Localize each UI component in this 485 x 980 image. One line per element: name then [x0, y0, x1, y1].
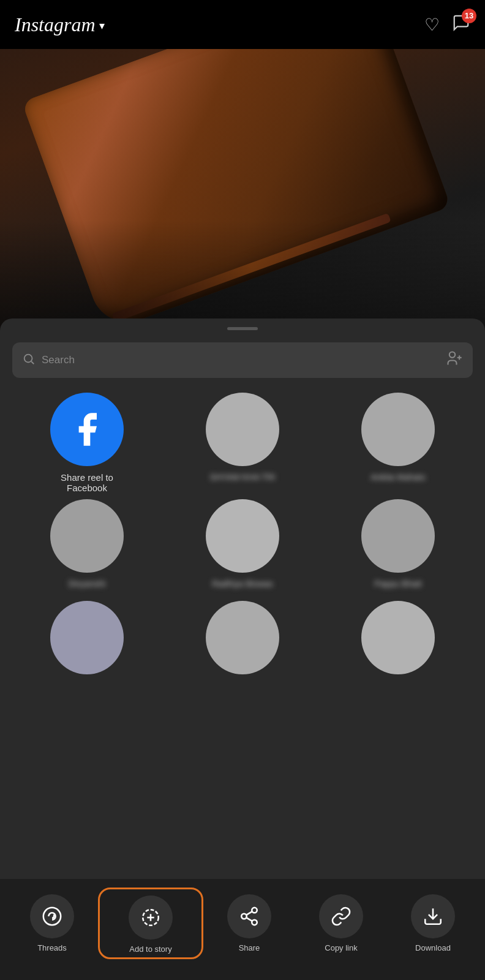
messenger-wrapper: 13: [452, 13, 470, 36]
download-icon: [423, 906, 443, 927]
avatar-6: [361, 499, 435, 573]
bottom-action-bar: Threads Add to story: [0, 879, 485, 980]
contact-item-2[interactable]: SHYAM KHA TRI: [168, 393, 317, 493]
contacts-partial-row: [0, 595, 485, 674]
action-add-to-story[interactable]: Add to story: [98, 888, 203, 959]
drag-handle: [227, 327, 258, 330]
facebook-label: Share reel to Facebook: [50, 472, 124, 493]
share-label: Share: [239, 943, 260, 952]
contact-name-5: Radhiya Biswas: [212, 579, 273, 589]
threads-icon-wrap: [30, 894, 74, 938]
top-bar: Instagram ▾ ♡ 13: [0, 0, 485, 49]
svg-point-10: [252, 920, 257, 925]
contact-item-9[interactable]: [323, 601, 473, 674]
avatar-4: [50, 499, 124, 573]
contacts-grid: Share reel to Facebook SHYAM KHA TRI Ank…: [0, 378, 485, 595]
avatar-5: [206, 499, 279, 573]
copy-link-label: Copy link: [325, 943, 357, 952]
contact-name-6: Pappu Bhatt: [374, 579, 421, 589]
svg-line-11: [246, 918, 252, 921]
copy-link-icon-wrap: [319, 894, 363, 938]
contact-name-2: SHYAM KHA TRI: [210, 472, 276, 482]
search-bar[interactable]: Search: [12, 342, 473, 378]
share-bottom-sheet: Search Share reel to Facebook SHYAM KHA …: [0, 318, 485, 980]
threads-icon: [42, 906, 62, 927]
svg-point-8: [252, 908, 257, 913]
avatar-9: [361, 601, 435, 674]
reel-image: [0, 0, 485, 343]
contact-name-3: Ankita Mahato: [370, 472, 426, 482]
top-bar-right: ♡ 13: [424, 13, 470, 36]
svg-point-9: [241, 914, 247, 919]
avatar-7: [50, 601, 124, 674]
contact-item-8[interactable]: [168, 601, 317, 674]
contact-item-7[interactable]: [12, 601, 162, 674]
share-icon: [239, 906, 260, 927]
share-facebook[interactable]: Share reel to Facebook: [12, 393, 162, 493]
contact-item-6[interactable]: Pappu Bhatt: [323, 499, 473, 589]
action-download[interactable]: Download: [387, 894, 479, 952]
heart-icon[interactable]: ♡: [424, 15, 440, 35]
contact-item-4[interactable]: Divyanshi: [12, 499, 162, 589]
notification-badge: 13: [462, 9, 476, 23]
threads-label: Threads: [37, 943, 67, 952]
action-copy-link[interactable]: Copy link: [295, 894, 387, 952]
top-bar-left: Instagram ▾: [15, 13, 105, 36]
add-story-icon-wrap: [129, 895, 173, 940]
avatar-3: [361, 393, 435, 466]
svg-line-1: [31, 361, 34, 364]
avatar-2: [206, 393, 279, 466]
action-threads[interactable]: Threads: [6, 894, 98, 952]
add-people-icon[interactable]: [446, 350, 463, 371]
facebook-avatar: [50, 393, 124, 466]
contact-name-4: Divyanshi: [69, 579, 106, 589]
link-icon: [331, 906, 352, 927]
contact-item-3[interactable]: Ankita Mahato: [323, 393, 473, 493]
instagram-logo: Instagram: [15, 13, 96, 36]
add-story-label: Add to story: [129, 944, 171, 954]
add-story-icon: [140, 907, 161, 928]
share-icon-wrap: [227, 894, 271, 938]
download-label: Download: [415, 943, 451, 952]
search-input[interactable]: Search: [42, 354, 440, 366]
chevron-down-icon[interactable]: ▾: [99, 19, 105, 32]
svg-line-12: [246, 911, 252, 915]
download-icon-wrap: [411, 894, 455, 938]
contact-item-5[interactable]: Radhiya Biswas: [168, 499, 317, 589]
action-share[interactable]: Share: [203, 894, 295, 952]
svg-point-0: [24, 354, 32, 362]
avatar-8: [206, 601, 279, 674]
svg-point-2: [449, 352, 455, 358]
search-icon: [22, 352, 36, 369]
